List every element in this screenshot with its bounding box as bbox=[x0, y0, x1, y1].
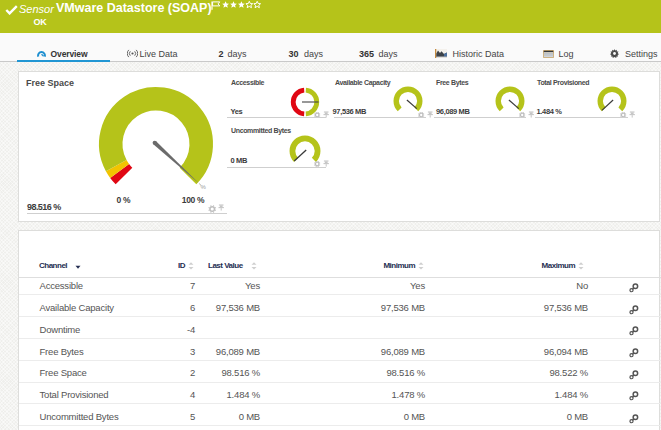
svg-text:%: % bbox=[201, 183, 207, 189]
